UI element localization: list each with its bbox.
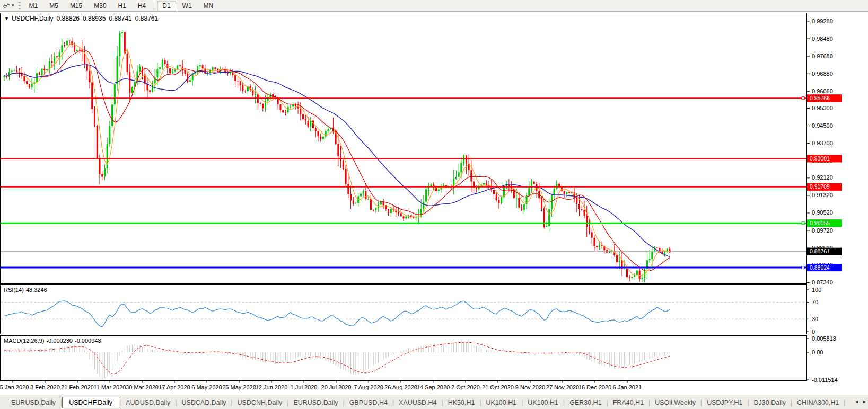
chart-tab-usoil-[interactable]: USOil, xyxy=(845,397,847,408)
chart-tab-bar: EURUSD,Daily|USDCHF,Daily|AUDUSD,Daily|U… xyxy=(0,395,868,409)
svg-text:0.00: 0.00 xyxy=(812,349,823,355)
chart-tab-usdcad-daily[interactable]: USDCAD,Daily xyxy=(177,397,231,408)
chart-tab-usdcnh-daily[interactable]: USDCNH,Daily xyxy=(233,397,287,408)
svg-text:30 Mar 2020: 30 Mar 2020 xyxy=(126,384,159,390)
chart-tab-fra40-h1[interactable]: FRA40,H1 xyxy=(608,397,648,408)
timeframe-button-M5[interactable]: M5 xyxy=(44,1,64,11)
svg-text:0.91320: 0.91320 xyxy=(812,192,833,198)
svg-text:0.96080: 0.96080 xyxy=(812,88,833,94)
svg-text:0.89720: 0.89720 xyxy=(812,227,833,234)
chart-tab-audusd-daily[interactable]: AUDUSD,Daily xyxy=(121,397,175,408)
svg-text:0.94500: 0.94500 xyxy=(812,122,833,129)
svg-text:21 Oct 2020: 21 Oct 2020 xyxy=(482,384,514,390)
chart-tab-eurusd-daily[interactable]: EURUSD,Daily xyxy=(288,397,343,408)
chart-tab-gbpusd-h4[interactable]: GBPUSD,H4 xyxy=(345,397,392,408)
svg-text:0.91709: 0.91709 xyxy=(810,183,830,190)
svg-text:30: 30 xyxy=(812,316,818,322)
svg-text:0.95766: 0.95766 xyxy=(810,95,830,101)
timeframe-buttons: M1M5M15M30H1H4D1W1MN xyxy=(23,1,220,11)
chart-tabs: EURUSD,Daily|USDCHF,Daily|AUDUSD,Daily|U… xyxy=(6,396,847,409)
chart-area: 0.992800.984800.976800.968800.960800.953… xyxy=(0,12,868,395)
date-axis: 15 Jan 20203 Feb 202021 Feb 202011 Mar 2… xyxy=(0,380,642,390)
svg-text:12 Jun 2020: 12 Jun 2020 xyxy=(256,384,288,390)
svg-text:100: 100 xyxy=(812,287,821,293)
svg-text:9 Nov 2020: 9 Nov 2020 xyxy=(515,384,545,390)
svg-text:3 Feb 2020: 3 Feb 2020 xyxy=(30,384,60,390)
svg-text:0.92120: 0.92120 xyxy=(812,174,833,181)
svg-text:1 Jul 2020: 1 Jul 2020 xyxy=(291,384,318,390)
svg-text:0.96880: 0.96880 xyxy=(812,70,833,77)
timeframe-button-M30[interactable]: M30 xyxy=(89,1,111,11)
chart-tab-uk100-h1[interactable]: UK100,H1 xyxy=(523,397,563,408)
svg-text:0.88761: 0.88761 xyxy=(810,248,830,254)
svg-text:11 Mar 2020: 11 Mar 2020 xyxy=(94,384,126,390)
terminal-window: ▾ M1M5M15M30H1H4D1W1MN 0.992800.984800.9… xyxy=(0,0,868,409)
timeframe-button-MN[interactable]: MN xyxy=(198,1,219,11)
timeframe-button-H4[interactable]: H4 xyxy=(133,1,151,11)
svg-text:25 May 2020: 25 May 2020 xyxy=(222,384,256,390)
chart-tab-usoil-weekly[interactable]: USOil,Weekly xyxy=(650,397,700,408)
svg-text:-0.011514: -0.011514 xyxy=(812,377,838,383)
svg-text:2 Oct 2020: 2 Oct 2020 xyxy=(451,384,480,390)
timeframe-button-W1[interactable]: W1 xyxy=(177,1,197,11)
chart-tool-button[interactable]: ▾ xyxy=(1,2,16,10)
svg-text:0.98480: 0.98480 xyxy=(812,35,833,42)
svg-text:6 Jan 2021: 6 Jan 2021 xyxy=(613,384,642,390)
svg-text:0.90520: 0.90520 xyxy=(812,209,833,216)
svg-text:0.88024: 0.88024 xyxy=(810,264,830,271)
chart-tab-eurusd-daily[interactable]: EURUSD,Daily xyxy=(6,397,60,408)
chart-tab-hk50-h1[interactable]: HK50,H1 xyxy=(443,397,480,408)
chart-tab-china300-h1[interactable]: CHINA300,H1 xyxy=(792,397,844,408)
svg-text:0.005818: 0.005818 xyxy=(812,335,836,342)
chart-canvas[interactable]: 0.992800.984800.976800.968800.960800.953… xyxy=(0,12,868,395)
toolbar-separator xyxy=(154,2,154,10)
timeframe-toolbar: ▾ M1M5M15M30H1H4D1W1MN xyxy=(0,0,868,12)
svg-text:26 Aug 2020: 26 Aug 2020 xyxy=(384,384,417,390)
chart-tab-usdjpy-h1[interactable]: USDJPY,H1 xyxy=(702,397,747,408)
svg-text:0.95300: 0.95300 xyxy=(812,105,833,111)
timeframe-button-M1[interactable]: M1 xyxy=(24,1,43,11)
tab-scroll-left-button[interactable]: ◂ xyxy=(855,398,858,405)
svg-text:17 Apr 2020: 17 Apr 2020 xyxy=(159,384,190,390)
svg-text:27 Nov 2020: 27 Nov 2020 xyxy=(546,384,579,390)
svg-text:0.93001: 0.93001 xyxy=(810,155,830,162)
svg-text:14 Sep 2020: 14 Sep 2020 xyxy=(417,384,450,390)
svg-text:0: 0 xyxy=(812,328,815,335)
chart-tab-xauusd-h4[interactable]: XAUUSD,H4 xyxy=(394,397,442,408)
chart-tab-uk100-h1[interactable]: UK100,H1 xyxy=(481,397,522,408)
chart-tab-dj30-daily[interactable]: DJ30,Daily xyxy=(749,397,791,408)
tab-scroll-right-button[interactable]: ▸ xyxy=(863,398,866,405)
svg-text:6 May 2020: 6 May 2020 xyxy=(191,384,222,390)
svg-text:0.99280: 0.99280 xyxy=(812,18,833,24)
svg-text:7 Aug 2020: 7 Aug 2020 xyxy=(354,384,383,390)
tab-scroll-controls: ◂ ▸ xyxy=(852,398,866,405)
chart-tab-usdchf-daily[interactable]: USDCHF,Daily xyxy=(62,397,119,408)
chart-tab-ger30-h1[interactable]: GER30,H1 xyxy=(565,397,606,408)
svg-text:21 Feb 2020: 21 Feb 2020 xyxy=(61,384,94,390)
dropdown-caret-icon: ▾ xyxy=(12,3,14,8)
svg-text:0.93700: 0.93700 xyxy=(812,140,833,146)
toolbar-grip[interactable] xyxy=(19,2,21,10)
svg-text:20 Jul 2020: 20 Jul 2020 xyxy=(321,384,352,390)
timeframe-button-D1[interactable]: D1 xyxy=(157,1,176,11)
svg-text:70: 70 xyxy=(812,299,818,305)
price-axis: 0.992800.984800.976800.968800.960800.953… xyxy=(806,18,833,286)
svg-text:0.90055: 0.90055 xyxy=(810,220,830,226)
svg-text:0.87340: 0.87340 xyxy=(812,279,833,286)
timeframe-button-H1[interactable]: H1 xyxy=(113,1,131,11)
svg-text:15 Jan 2020: 15 Jan 2020 xyxy=(0,384,29,390)
chart-tool-icon xyxy=(3,2,11,10)
timeframe-button-M15[interactable]: M15 xyxy=(65,1,87,11)
svg-text:16 Dec 2020: 16 Dec 2020 xyxy=(578,384,611,390)
svg-text:0.97680: 0.97680 xyxy=(812,53,833,59)
